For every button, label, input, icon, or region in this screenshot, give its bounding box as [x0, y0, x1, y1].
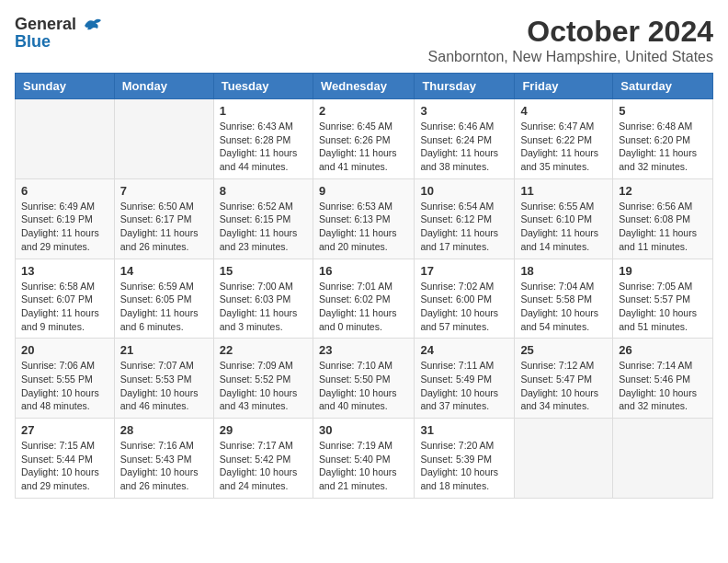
weekday-header: Friday	[515, 74, 613, 99]
day-number: 8	[220, 184, 307, 198]
day-number: 10	[420, 184, 508, 198]
day-number: 31	[420, 423, 508, 437]
day-info: Sunrise: 7:07 AM Sunset: 5:53 PM Dayligh…	[120, 359, 208, 413]
calendar-week-row: 1Sunrise: 6:43 AM Sunset: 6:28 PM Daylig…	[16, 99, 713, 179]
day-number: 21	[120, 343, 208, 357]
calendar-week-row: 20Sunrise: 7:06 AM Sunset: 5:55 PM Dayli…	[16, 339, 713, 419]
day-info: Sunrise: 7:14 AM Sunset: 5:46 PM Dayligh…	[619, 359, 707, 413]
day-number: 19	[619, 264, 707, 278]
calendar-table: SundayMondayTuesdayWednesdayThursdayFrid…	[15, 73, 713, 499]
title-section: October 2024 Sanbornton, New Hampshire, …	[428, 15, 713, 65]
day-number: 22	[220, 343, 307, 357]
calendar-cell: 30Sunrise: 7:19 AM Sunset: 5:40 PM Dayli…	[313, 419, 414, 499]
calendar-cell: 23Sunrise: 7:10 AM Sunset: 5:50 PM Dayli…	[313, 339, 414, 419]
month-title: October 2024	[428, 15, 713, 49]
day-number: 3	[420, 104, 508, 118]
day-number: 29	[220, 423, 307, 437]
day-number: 15	[220, 264, 307, 278]
day-info: Sunrise: 7:19 AM Sunset: 5:40 PM Dayligh…	[319, 439, 408, 493]
calendar-cell: 9Sunrise: 6:53 AM Sunset: 6:13 PM Daylig…	[313, 178, 414, 259]
calendar-cell: 4Sunrise: 6:47 AM Sunset: 6:22 PM Daylig…	[515, 99, 613, 179]
day-number: 9	[319, 184, 408, 198]
calendar-cell: 31Sunrise: 7:20 AM Sunset: 5:39 PM Dayli…	[415, 419, 515, 499]
logo: General Blue	[15, 15, 103, 52]
day-info: Sunrise: 6:48 AM Sunset: 6:20 PM Dayligh…	[619, 120, 707, 174]
calendar-cell: 19Sunrise: 7:05 AM Sunset: 5:57 PM Dayli…	[613, 259, 713, 339]
calendar-cell: 1Sunrise: 6:43 AM Sunset: 6:28 PM Daylig…	[213, 99, 313, 179]
day-info: Sunrise: 7:09 AM Sunset: 5:52 PM Dayligh…	[220, 359, 307, 413]
day-info: Sunrise: 6:53 AM Sunset: 6:13 PM Dayligh…	[319, 200, 408, 254]
weekday-header: Sunday	[16, 74, 115, 99]
calendar-cell: 21Sunrise: 7:07 AM Sunset: 5:53 PM Dayli…	[114, 339, 213, 419]
calendar-cell: 16Sunrise: 7:01 AM Sunset: 6:02 PM Dayli…	[313, 259, 414, 339]
calendar-cell	[515, 419, 613, 499]
day-info: Sunrise: 7:01 AM Sunset: 6:02 PM Dayligh…	[319, 280, 408, 334]
calendar-week-row: 13Sunrise: 6:58 AM Sunset: 6:07 PM Dayli…	[16, 259, 713, 339]
day-info: Sunrise: 7:00 AM Sunset: 6:03 PM Dayligh…	[220, 280, 307, 334]
calendar-cell	[114, 99, 213, 179]
day-number: 26	[619, 343, 707, 357]
calendar-cell: 27Sunrise: 7:15 AM Sunset: 5:44 PM Dayli…	[16, 419, 115, 499]
calendar-header-row: SundayMondayTuesdayWednesdayThursdayFrid…	[16, 74, 713, 99]
day-number: 28	[120, 423, 208, 437]
calendar-cell: 10Sunrise: 6:54 AM Sunset: 6:12 PM Dayli…	[415, 178, 515, 259]
weekday-header: Wednesday	[313, 74, 414, 99]
day-info: Sunrise: 6:43 AM Sunset: 6:28 PM Dayligh…	[220, 120, 307, 174]
logo-bird-icon	[83, 17, 103, 33]
day-info: Sunrise: 6:52 AM Sunset: 6:15 PM Dayligh…	[220, 200, 307, 254]
day-number: 20	[21, 343, 108, 357]
day-number: 14	[120, 264, 208, 278]
day-number: 6	[21, 184, 108, 198]
day-number: 12	[619, 184, 707, 198]
day-number: 5	[619, 104, 707, 118]
weekday-header: Thursday	[415, 74, 515, 99]
day-number: 11	[520, 184, 607, 198]
day-info: Sunrise: 7:16 AM Sunset: 5:43 PM Dayligh…	[120, 439, 208, 493]
day-info: Sunrise: 6:54 AM Sunset: 6:12 PM Dayligh…	[420, 200, 508, 254]
calendar-cell: 11Sunrise: 6:55 AM Sunset: 6:10 PM Dayli…	[515, 178, 613, 259]
calendar-week-row: 6Sunrise: 6:49 AM Sunset: 6:19 PM Daylig…	[16, 178, 713, 259]
day-info: Sunrise: 6:58 AM Sunset: 6:07 PM Dayligh…	[21, 280, 108, 334]
calendar-cell: 24Sunrise: 7:11 AM Sunset: 5:49 PM Dayli…	[415, 339, 515, 419]
day-number: 25	[520, 343, 607, 357]
day-info: Sunrise: 6:55 AM Sunset: 6:10 PM Dayligh…	[520, 200, 607, 254]
day-info: Sunrise: 7:04 AM Sunset: 5:58 PM Dayligh…	[520, 280, 607, 334]
calendar-cell: 12Sunrise: 6:56 AM Sunset: 6:08 PM Dayli…	[613, 178, 713, 259]
day-number: 24	[420, 343, 508, 357]
day-info: Sunrise: 7:20 AM Sunset: 5:39 PM Dayligh…	[420, 439, 508, 493]
day-number: 1	[220, 104, 307, 118]
day-number: 27	[21, 423, 108, 437]
day-number: 4	[520, 104, 607, 118]
calendar-cell: 26Sunrise: 7:14 AM Sunset: 5:46 PM Dayli…	[613, 339, 713, 419]
calendar-cell: 20Sunrise: 7:06 AM Sunset: 5:55 PM Dayli…	[16, 339, 115, 419]
weekday-header: Saturday	[613, 74, 713, 99]
day-info: Sunrise: 6:49 AM Sunset: 6:19 PM Dayligh…	[21, 200, 108, 254]
day-info: Sunrise: 6:56 AM Sunset: 6:08 PM Dayligh…	[619, 200, 707, 254]
day-number: 23	[319, 343, 408, 357]
day-info: Sunrise: 7:12 AM Sunset: 5:47 PM Dayligh…	[520, 359, 607, 413]
page-header: General Blue October 2024 Sanbornton, Ne…	[15, 15, 713, 65]
day-info: Sunrise: 6:45 AM Sunset: 6:26 PM Dayligh…	[319, 120, 408, 174]
day-info: Sunrise: 7:02 AM Sunset: 6:00 PM Dayligh…	[420, 280, 508, 334]
day-info: Sunrise: 7:06 AM Sunset: 5:55 PM Dayligh…	[21, 359, 108, 413]
day-number: 13	[21, 264, 108, 278]
day-info: Sunrise: 6:59 AM Sunset: 6:05 PM Dayligh…	[120, 280, 208, 334]
weekday-header: Tuesday	[213, 74, 313, 99]
calendar-cell: 25Sunrise: 7:12 AM Sunset: 5:47 PM Dayli…	[515, 339, 613, 419]
calendar-week-row: 27Sunrise: 7:15 AM Sunset: 5:44 PM Dayli…	[16, 419, 713, 499]
logo-blue: Blue	[15, 32, 51, 52]
calendar-cell: 14Sunrise: 6:59 AM Sunset: 6:05 PM Dayli…	[114, 259, 213, 339]
calendar-cell: 8Sunrise: 6:52 AM Sunset: 6:15 PM Daylig…	[213, 178, 313, 259]
calendar-cell: 6Sunrise: 6:49 AM Sunset: 6:19 PM Daylig…	[16, 178, 115, 259]
day-info: Sunrise: 7:05 AM Sunset: 5:57 PM Dayligh…	[619, 280, 707, 334]
day-number: 7	[120, 184, 208, 198]
day-info: Sunrise: 6:46 AM Sunset: 6:24 PM Dayligh…	[420, 120, 508, 174]
day-info: Sunrise: 6:50 AM Sunset: 6:17 PM Dayligh…	[120, 200, 208, 254]
calendar-cell: 13Sunrise: 6:58 AM Sunset: 6:07 PM Dayli…	[16, 259, 115, 339]
day-number: 17	[420, 264, 508, 278]
day-number: 16	[319, 264, 408, 278]
calendar-cell: 22Sunrise: 7:09 AM Sunset: 5:52 PM Dayli…	[213, 339, 313, 419]
calendar-cell	[613, 419, 713, 499]
calendar-cell: 17Sunrise: 7:02 AM Sunset: 6:00 PM Dayli…	[415, 259, 515, 339]
day-info: Sunrise: 6:47 AM Sunset: 6:22 PM Dayligh…	[520, 120, 607, 174]
